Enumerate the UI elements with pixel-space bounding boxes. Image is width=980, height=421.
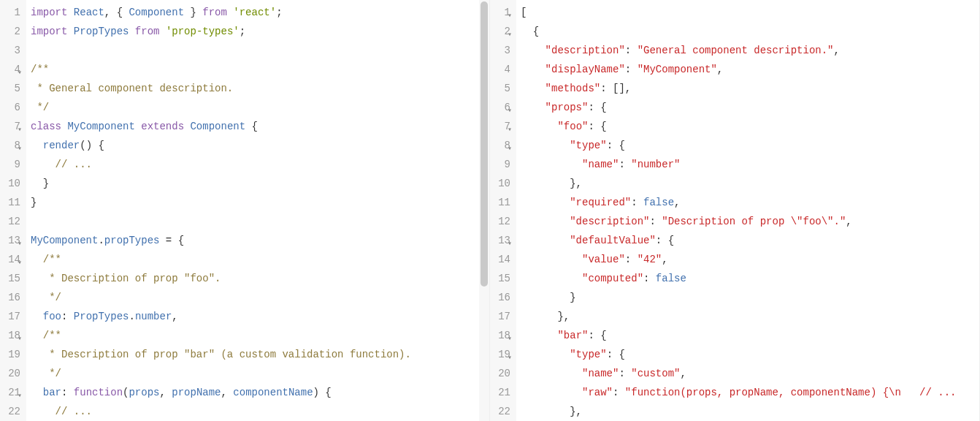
code-line[interactable]: "raw": "function(props, propName, compon… [521,383,979,402]
right-code-area[interactable]: [ { "description": "General component de… [516,0,979,421]
token-pln: { [245,121,258,132]
line-number: 11 [4,193,20,212]
token-pln [31,140,43,151]
code-line[interactable]: }, [521,174,979,193]
code-line[interactable]: * Description of prop "bar" (a custom va… [31,345,479,364]
token-pln: , [674,197,680,208]
line-number: 4▾ [4,60,20,79]
code-line[interactable]: */ [31,98,479,117]
token-pln [159,26,165,37]
token-pln: , [662,254,667,265]
token-pln [31,311,43,322]
token-id: PropTypes [74,26,129,37]
token-pln [521,368,582,379]
line-number: 21 [494,383,510,402]
code-line[interactable]: "name": "custom", [521,364,979,383]
code-line[interactable]: "name": "number" [521,155,979,174]
left-scrollbar-thumb[interactable] [481,1,488,287]
code-line[interactable]: class MyComponent extends Component { [31,117,479,136]
code-line[interactable]: "type": { [521,345,979,364]
token-pln [31,387,43,398]
code-line[interactable]: */ [31,364,479,383]
token-pln: : [649,216,662,227]
code-line[interactable]: "props": { [521,98,979,117]
code-line[interactable]: "type": { [521,136,979,155]
token-cmt: * General component description. [31,83,233,94]
token-bool: false [643,197,674,208]
code-line[interactable]: { [521,22,979,41]
line-number: 9 [4,155,20,174]
token-id: Component [190,121,245,132]
code-line[interactable]: }, [521,402,979,421]
token-pln: } [31,178,49,189]
token-cmt: * Description of prop "bar" (a custom va… [43,349,411,360]
code-line[interactable]: MyComponent.propTypes = { [31,231,479,250]
line-number: 3 [4,41,20,60]
code-line[interactable]: * General component description. [31,79,479,98]
token-pln [521,159,582,170]
token-pln: : [619,368,631,379]
code-line[interactable]: /** [31,326,479,345]
token-pln: : [643,273,656,284]
code-line[interactable]: "computed": false [521,269,979,288]
code-line[interactable]: /** [31,250,479,269]
left-code-area[interactable]: import React, { Component } from 'react'… [26,0,479,421]
code-line[interactable]: "methods": [], [521,79,979,98]
code-line[interactable]: bar: function(props, propName, component… [31,383,479,402]
token-key: "methods" [545,83,601,94]
token-pln: [ [521,7,527,18]
token-key: "required" [570,197,631,208]
line-number: 16 [4,288,20,307]
token-pln: : [61,311,74,322]
token-key: "value" [582,254,625,265]
line-number: 2 [4,22,20,41]
line-number: 5 [494,79,510,98]
token-pln: } [184,7,202,18]
line-number: 19▾ [494,345,510,364]
code-line[interactable]: "value": "42", [521,250,979,269]
code-line[interactable]: import React, { Component } from 'react'… [31,3,479,22]
code-line[interactable]: foo: PropTypes.number, [31,307,479,326]
code-line[interactable] [31,41,479,60]
code-line[interactable] [31,212,479,231]
token-key: "function(props, propName, componentName… [625,387,957,398]
code-line[interactable]: "defaultValue": { [521,231,979,250]
token-pln: : [613,387,625,398]
code-line[interactable]: * Description of prop "foo". [31,269,479,288]
code-line[interactable]: // ... [31,402,479,421]
line-number: 5 [4,79,20,98]
code-line[interactable]: "displayName": "MyComponent", [521,60,979,79]
token-pln: , [833,45,839,56]
code-line[interactable]: /** [31,60,479,79]
token-pln: ; [240,26,245,37]
line-number: 22 [4,402,20,421]
code-line[interactable]: "description": "Description of prop \"fo… [521,212,979,231]
code-line[interactable]: "required": false, [521,193,979,212]
token-pln [31,368,43,379]
token-pln [521,83,545,94]
code-line[interactable]: "description": "General component descri… [521,41,979,60]
code-line[interactable]: import PropTypes from 'prop-types'; [31,22,479,41]
code-line[interactable]: // ... [31,155,479,174]
code-line[interactable]: } [31,193,479,212]
code-line[interactable]: } [31,174,479,193]
line-number: 15 [494,269,510,288]
token-pln [67,7,73,18]
code-line[interactable]: "foo": { [521,117,979,136]
token-id: MyComponent [67,121,134,132]
token-pln: }, [521,311,570,322]
line-number: 10 [494,174,510,193]
token-pln: } [521,292,576,303]
code-line[interactable]: }, [521,307,979,326]
left-scrollbar[interactable] [479,0,489,421]
code-line[interactable]: render() { [31,136,479,155]
code-line[interactable]: */ [31,288,479,307]
code-line[interactable]: "bar": { [521,326,979,345]
line-number: 7▾ [494,117,510,136]
code-line[interactable]: [ [521,3,979,22]
token-id: render [43,140,80,151]
token-key: "MyComponent" [638,64,717,75]
token-pln: : [625,254,638,265]
code-line[interactable]: } [521,288,979,307]
line-number: 8▾ [494,136,510,155]
